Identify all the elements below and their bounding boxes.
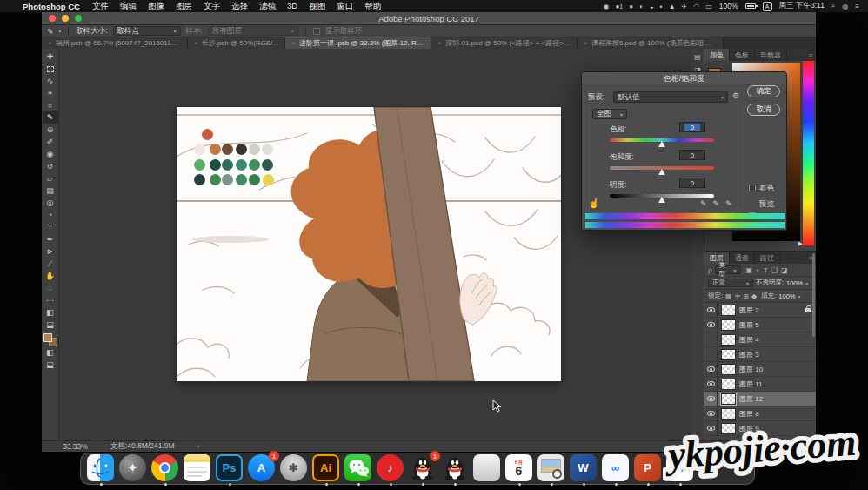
visibility-toggle[interactable]: [704, 362, 718, 376]
zoom-level[interactable]: 33.33%: [63, 442, 88, 451]
powerpoint-icon[interactable]: P: [634, 454, 663, 483]
record-icon[interactable]: ◉: [604, 3, 610, 10]
layer-row[interactable]: 图层 5: [704, 318, 816, 332]
lock-icon[interactable]: ▪: [660, 3, 663, 10]
pen-tool[interactable]: ✒: [43, 233, 58, 245]
history-brush-tool[interactable]: ↺: [43, 160, 58, 172]
qq-icon[interactable]: 1: [409, 454, 437, 483]
layer-filter-icon-4[interactable]: ◪: [781, 266, 788, 274]
close-tab-icon[interactable]: ×: [48, 39, 52, 47]
move-tool[interactable]: ✚: [43, 50, 58, 63]
notification-icon[interactable]: ●1: [616, 3, 624, 10]
tab-颜色[interactable]: 颜色: [704, 49, 730, 61]
launchpad-icon[interactable]: ✦: [119, 454, 148, 483]
finder-icon[interactable]: [87, 454, 116, 483]
healing-brush-tool[interactable]: ⊕: [43, 124, 58, 136]
lock-icon-2[interactable]: ⊞: [743, 292, 749, 300]
tab-色板[interactable]: 色板: [730, 49, 755, 61]
targeted-adjustment-icon[interactable]: ☝: [588, 198, 600, 209]
layer-row[interactable]: 图层 3: [704, 347, 816, 362]
notification-center-icon[interactable]: ≡: [855, 3, 859, 10]
libraries-panel-icon[interactable]: ▤: [694, 53, 701, 61]
baidu-netdisk-icon[interactable]: ∞: [602, 454, 631, 483]
netease-music-icon[interactable]: ♪: [377, 454, 405, 483]
menu-文字[interactable]: 文字: [204, 1, 220, 12]
visibility-toggle[interactable]: [704, 392, 718, 406]
sample-size-select[interactable]: 取样点▾: [113, 26, 181, 36]
saturation-slider[interactable]: [610, 166, 714, 170]
menu-滤镜[interactable]: 滤镜: [259, 1, 276, 12]
document-canvas[interactable]: [177, 107, 561, 381]
visibility-toggle[interactable]: [704, 347, 718, 361]
brush-tool[interactable]: ✐: [43, 136, 58, 148]
toolbar-foreground-color[interactable]: [43, 333, 52, 342]
dodge-tool[interactable]: ◔: [43, 209, 58, 221]
clone-stamp-tool[interactable]: ◉: [43, 148, 58, 160]
visibility-toggle[interactable]: [704, 332, 718, 346]
screen-mode[interactable]: ⬓: [43, 319, 58, 331]
menu-3D[interactable]: 3D: [287, 1, 297, 12]
layers-scrollbar[interactable]: [812, 253, 815, 337]
visibility-toggle[interactable]: [704, 303, 718, 317]
eyedropper-sample[interactable]: ✎: [700, 199, 707, 208]
tab-路径[interactable]: 路径: [755, 252, 780, 264]
layer-row[interactable]: 图层 10: [704, 362, 816, 377]
eraser-tool[interactable]: ▱: [43, 172, 58, 185]
tab-menu-icon[interactable]: ≡: [809, 49, 816, 61]
zoom-tool[interactable]: ◌: [43, 282, 58, 294]
wechat-icon[interactable]: [344, 454, 373, 483]
lock-icon-1[interactable]: ✛: [735, 292, 741, 300]
fill-caret[interactable]: ▾: [798, 293, 801, 299]
w-app-icon[interactable]: w: [666, 454, 695, 483]
type-tool[interactable]: T: [43, 221, 58, 233]
dialog-title[interactable]: 色相/饱和度: [582, 72, 786, 84]
eyedropper-tool[interactable]: ✎: [43, 111, 58, 124]
layer-thumbnail[interactable]: [721, 379, 736, 390]
layer-thumbnail[interactable]: [721, 319, 736, 331]
menu-文件[interactable]: 文件: [92, 1, 109, 12]
filter-search-icon[interactable]: ρ: [708, 266, 712, 274]
layer-thumbnail[interactable]: [721, 423, 736, 434]
lightness-value-input[interactable]: 0: [679, 178, 705, 188]
spotlight-icon[interactable]: ⌕: [831, 2, 835, 10]
chrome-icon[interactable]: [151, 454, 180, 483]
blend-mode-select[interactable]: 正常▾: [708, 279, 753, 287]
menu-选择[interactable]: 选择: [231, 1, 248, 12]
layer-thumbnail[interactable]: [721, 334, 736, 346]
filter-kind-select[interactable]: 类型▾: [715, 265, 741, 274]
tab-通道[interactable]: 通道: [730, 252, 755, 264]
marquee-tool[interactable]: [43, 63, 58, 75]
lasso-tool[interactable]: ∿: [43, 75, 58, 87]
layer-row[interactable]: 图层 2: [704, 303, 816, 318]
layer-filter-icon-3[interactable]: ❏: [771, 266, 778, 274]
active-tool-icon[interactable]: ✎: [47, 27, 53, 36]
hue-strip[interactable]: [803, 61, 814, 245]
qq-2-icon[interactable]: [441, 454, 470, 483]
menubar-clock[interactable]: 周三 下午3:11: [779, 1, 825, 11]
saturation-value-input[interactable]: 0: [679, 150, 705, 160]
moon-icon[interactable]: ◐: [639, 3, 644, 10]
visibility-toggle[interactable]: [704, 318, 718, 332]
visibility-toggle[interactable]: [704, 406, 718, 420]
edit-toolbar[interactable]: ⋯: [43, 294, 58, 306]
display-icon[interactable]: ▭: [705, 3, 712, 10]
crop-tool[interactable]: ⌗: [43, 99, 58, 111]
doc-tab-2[interactable]: ×进阶第一课 .psb @ 33.3% (图层 12, RGB/8) *: [285, 37, 431, 49]
menu-编辑[interactable]: 编辑: [120, 1, 137, 12]
tool-preset-caret[interactable]: ▾: [58, 28, 61, 34]
photoshop-icon[interactable]: Ps: [216, 454, 244, 483]
line-tool[interactable]: ⟋: [43, 258, 58, 270]
cancel-button[interactable]: 取消: [747, 104, 780, 116]
input-method-icon[interactable]: A: [763, 2, 772, 11]
lock-icon-3[interactable]: ◆: [751, 292, 757, 300]
close-tab-icon[interactable]: ×: [437, 39, 442, 47]
siri-icon[interactable]: ◍: [842, 3, 848, 10]
menu-窗口[interactable]: 窗口: [337, 1, 353, 12]
hand-tool[interactable]: ✋: [43, 270, 58, 282]
colorize-checkbox[interactable]: [749, 185, 756, 191]
layer-row[interactable]: 图层 8: [704, 406, 816, 421]
layer-filter-icon-2[interactable]: T: [764, 266, 768, 274]
layer-row[interactable]: 图层 9: [704, 421, 816, 436]
scanner-tray-icon[interactable]: [473, 454, 502, 483]
doc-tab-0[interactable]: ×福州.psb @ 66.7% (509747_2016011717...: [42, 37, 188, 49]
